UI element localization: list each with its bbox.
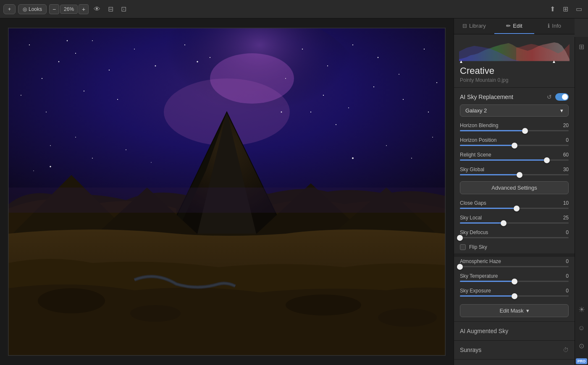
svg-point-13 [210,57,210,58]
layout-button[interactable]: ▭ [573,3,585,15]
svg-point-36 [33,170,34,171]
horizon-position-track[interactable] [460,145,569,146]
sky-temperature-value: 0 [566,273,569,279]
zoom-out-button[interactable]: − [49,4,59,14]
edit-mask-button[interactable]: Edit Mask ▾ [460,304,569,317]
svg-point-10 [134,49,135,50]
svg-point-40 [386,145,386,146]
compare-button[interactable]: ⊟ [105,3,116,15]
sky-dropdown[interactable]: Galaxy 2 ▾ [460,104,569,117]
layers-icon[interactable]: ⊞ [577,41,586,52]
svg-point-11 [155,65,156,67]
svg-point-26 [323,95,324,96]
svg-point-49 [286,295,361,315]
svg-point-12 [184,44,185,45]
fullscreen-button[interactable]: ⊡ [118,3,129,15]
face-adjust-icon[interactable]: ☺ [576,323,586,334]
sky-defocus-row: Sky Defocus 0 [454,228,575,242]
sun-adjust-icon[interactable]: ☀ [577,303,587,316]
relight-scene-value: 60 [563,152,569,158]
svg-point-17 [67,40,68,41]
panel-divider-1 [454,253,575,257]
horizon-position-value: 0 [566,137,569,143]
sky-local-track[interactable] [460,222,569,224]
info-icon: ℹ [548,23,550,29]
svg-point-16 [117,99,118,100]
ai-sky-section: AI Sky Replacement ↺ Galaxy 2 ▾ Horizon … [454,87,575,317]
histogram-area: ▲ ▲ [454,34,575,64]
advanced-settings-button[interactable]: Advanced Settings [460,181,569,194]
reset-button[interactable]: ↺ [546,93,553,101]
zoom-level[interactable]: 26% [60,5,78,14]
ai-sky-title: AI Sky Replacement [460,94,543,100]
zoom-in-button[interactable]: + [79,4,89,14]
flip-sky-checkbox[interactable] [460,244,466,250]
grid-button[interactable]: ⊞ [560,3,571,15]
close-gaps-value: 10 [563,200,569,206]
svg-point-47 [38,288,105,313]
svg-point-34 [50,145,50,146]
close-gaps-track[interactable] [460,208,569,209]
sunrays-label: Sunrays [460,347,481,353]
photo-canvas [8,28,445,355]
svg-point-46 [281,112,282,113]
svg-point-33 [336,124,336,125]
photo-container [8,28,446,356]
sky-exposure-label: Sky Exposure [460,288,491,294]
svg-point-6 [92,40,93,41]
tab-edit[interactable]: ✏ Edit [494,18,535,34]
creative-icon[interactable]: ⊙ [577,340,586,352]
panel-title: Creative Pointy Mountain 0.jpg [454,64,575,87]
horizon-blending-row: Horizon Blending 20 [454,121,575,136]
looks-button[interactable]: ◎ Looks [18,4,47,14]
svg-point-44 [50,166,51,167]
svg-rect-51 [8,188,445,213]
sky-defocus-track[interactable] [460,237,569,238]
edit-icon: ✏ [506,23,511,29]
svg-point-41 [411,158,412,159]
atmospheric-haze-row: Atmospheric Haze 0 [454,257,575,271]
sky-temperature-track[interactable] [460,281,569,282]
svg-point-5 [58,61,59,62]
dramatic-section[interactable]: Dramatic ··· [454,359,575,365]
svg-point-29 [403,99,404,100]
canvas-area[interactable] [0,18,454,365]
panel-scroll[interactable]: ▲ ▲ Creative Pointy Mountain 0.jpg AI Sk… [454,34,575,365]
close-gaps-label: Close Gaps [460,200,486,206]
svg-point-50 [378,308,437,327]
ai-augmented-sky-label: AI Augmented Sky [460,328,508,334]
horizon-blending-track[interactable] [460,130,569,131]
sky-exposure-row: Sky Exposure 0 [454,286,575,301]
svg-point-15 [84,91,84,91]
flip-sky-row: Flip Sky [454,242,575,253]
right-panel: ⊟ Library ✏ Edit ℹ Info [454,18,588,365]
ai-sky-toggle[interactable] [555,93,569,101]
atmospheric-haze-track[interactable] [460,266,569,267]
sunrays-section[interactable]: Sunrays ⏱ [454,340,575,359]
svg-point-35 [92,158,93,159]
svg-point-42 [432,137,433,137]
sky-defocus-value: 0 [566,229,569,235]
sky-dropdown-value: Galaxy 2 [465,107,487,114]
tab-info[interactable]: ℹ Info [534,18,575,34]
svg-point-21 [352,44,353,45]
svg-point-45 [197,61,198,63]
ai-augmented-sky-section[interactable]: AI Augmented Sky [454,321,575,340]
tab-library[interactable]: ⊟ Library [454,18,494,34]
share-button[interactable]: ⬆ [547,3,558,15]
sky-global-track[interactable] [460,174,569,175]
atmospheric-haze-value: 0 [566,258,569,264]
svg-point-19 [302,49,303,50]
sky-exposure-track[interactable] [460,295,569,297]
svg-point-28 [373,86,374,87]
relight-scene-track[interactable] [460,159,569,161]
svg-point-37 [75,137,76,137]
sky-global-label: Sky Global [460,167,484,172]
preview-button[interactable]: 👁 [91,4,103,15]
svg-point-22 [378,57,378,58]
svg-point-7 [42,78,42,79]
sky-defocus-label: Sky Defocus [460,229,488,235]
horizon-blending-label: Horizon Blending [460,123,498,128]
add-button[interactable]: + [3,4,16,14]
pro-badge[interactable]: PRO [576,358,588,364]
